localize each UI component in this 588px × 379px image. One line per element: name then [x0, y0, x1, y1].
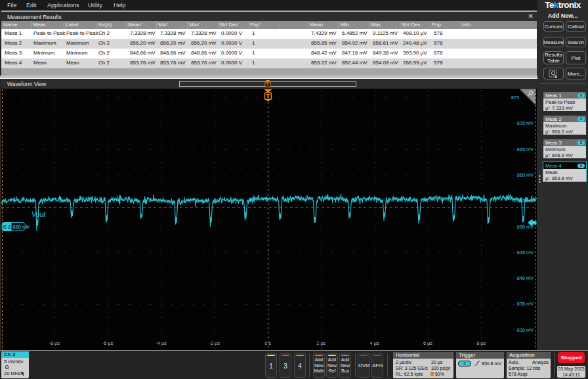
svg-text:4 µs: 4 µs: [370, 340, 379, 346]
svg-text:-4 µs: -4 µs: [156, 340, 167, 346]
svg-text:845 mV: 845 mV: [517, 250, 534, 256]
svg-text:6 µs: 6 µs: [423, 340, 432, 346]
svg-text:C 2: C 2: [3, 224, 11, 230]
svg-text:860 mV: 860 mV: [517, 172, 534, 178]
svg-text:850 mV: 850 mV: [13, 224, 30, 230]
svg-text:875: 875: [511, 95, 519, 100]
svg-text:855 mV: 855 mV: [517, 198, 534, 204]
svg-text:-8 µs: -8 µs: [49, 340, 60, 346]
svg-text:8 µs: 8 µs: [476, 340, 486, 346]
svg-text:-6 µs: -6 µs: [102, 340, 114, 346]
svg-text:840 mV: 840 mV: [517, 275, 534, 281]
svg-text:-2 µs: -2 µs: [209, 340, 220, 346]
svg-text:2 µs: 2 µs: [316, 340, 326, 346]
svg-text:865 mV: 865 mV: [517, 146, 534, 152]
svg-text:830 mV: 830 mV: [517, 327, 534, 333]
svg-text:870 mV: 870 mV: [517, 120, 534, 126]
svg-text:0 s: 0 s: [264, 340, 271, 346]
svg-text:835 mV: 835 mV: [517, 301, 534, 307]
svg-text:Vout: Vout: [32, 210, 46, 218]
